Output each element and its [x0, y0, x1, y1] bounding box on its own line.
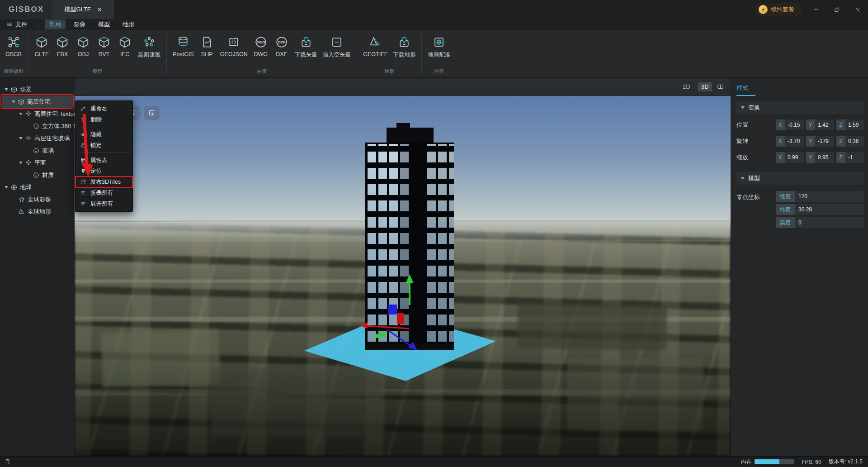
axis-field-缩放-y[interactable]: Y0.95 — [806, 152, 834, 163]
caret-down-icon[interactable] — [19, 113, 23, 115]
tree-item-高层住宅[interactable]: 高层住宅 — [2, 95, 73, 108]
tree-item-场景[interactable]: 场景 — [2, 83, 73, 95]
app-window: GISBOX 模型GLTF ✕ 续约套餐 文件常用影像模型地形 OSGB倾斜摄影… — [0, 0, 868, 467]
context-menu-item-发布3dtiles[interactable]: 发布3DTiles — [75, 176, 132, 187]
origin-field-value[interactable]: 0 — [795, 217, 864, 228]
extent-button[interactable] — [144, 106, 160, 120]
caret-down-icon[interactable] — [19, 162, 23, 164]
ribbon-button-dwg[interactable]: DWGDWG — [250, 34, 271, 58]
axis-field-旋转-z[interactable]: Z0.38 — [836, 136, 864, 147]
axis-value[interactable]: -3.70 — [785, 136, 804, 147]
context-menu-item-展开所有[interactable]: 展开所有 — [75, 198, 132, 209]
axis-field-位置-z[interactable]: Z1.59 — [836, 119, 864, 130]
axis-value[interactable]: -179 — [815, 136, 834, 147]
ribbon-button-geojson[interactable]: GEOJSON — [217, 34, 250, 58]
axis-field-位置-x[interactable]: X-0.15 — [776, 119, 804, 130]
ribbon-button-shp[interactable]: SHP — [197, 34, 217, 58]
close-button[interactable] — [847, 0, 868, 19]
tab-close-icon[interactable]: ✕ — [97, 6, 102, 13]
ribbon-button-地理配准[interactable]: 地理配准 — [425, 34, 453, 60]
ribbon-group-label: 矢量 — [257, 68, 267, 74]
axis-field-位置-y[interactable]: Y1.42 — [806, 119, 834, 130]
ribbon-button-geotiff[interactable]: GEOTIFF — [360, 34, 390, 58]
tree-item-材质[interactable]: 材质 — [2, 169, 73, 181]
menu-item-label: 常用 — [49, 20, 61, 29]
ribbon-button-dxf[interactable]: DXFDXF — [271, 34, 292, 58]
document-tab[interactable]: 模型GLTF ✕ — [52, 0, 114, 19]
ribbon-button-插入空矢量[interactable]: 插入空矢量 — [320, 34, 354, 60]
menu-item-文件[interactable]: 文件 — [2, 19, 32, 29]
menu-item-地形[interactable]: 地形 — [118, 19, 139, 29]
axis-value[interactable]: -0.15 — [785, 119, 804, 130]
origin-field-纬度[interactable]: 纬度30.28 — [776, 204, 864, 215]
ribbon-button-label: 下载地形 — [393, 51, 415, 59]
tab-style-underline — [736, 95, 755, 96]
ribbon-button-rvt[interactable]: RVT — [94, 34, 114, 58]
chevron-down-icon — [741, 106, 745, 109]
ribbon-button-gltf[interactable]: GLTF — [31, 34, 52, 58]
memory-label: 内存 — [741, 458, 751, 466]
tab-style[interactable]: 样式 — [736, 78, 749, 92]
origin-field-高度[interactable]: 高度0 — [776, 217, 864, 228]
section-transform[interactable]: 变换 — [736, 101, 864, 114]
menu-item-常用[interactable]: 常用 — [45, 19, 66, 29]
context-menu-item-属性表[interactable]: 属性表 — [75, 155, 132, 166]
origin-field-value[interactable]: 30.28 — [795, 204, 864, 215]
axis-value[interactable]: 1.59 — [845, 119, 864, 130]
menu-item-影像[interactable]: 影像 — [69, 19, 90, 29]
axis-field-旋转-x[interactable]: X-3.70 — [776, 136, 804, 147]
transform-gizmo[interactable] — [346, 272, 463, 358]
hamburger-icon — [6, 21, 13, 28]
ribbon-button-osgb[interactable]: OSGB — [3, 34, 24, 58]
context-menu-item-隐藏[interactable]: 隐藏 — [75, 129, 132, 140]
restore-button[interactable] — [826, 0, 847, 19]
minimize-button[interactable] — [806, 0, 826, 19]
origin-field-经度[interactable]: 经度120 — [776, 191, 864, 202]
section-model[interactable]: 模型 — [736, 172, 864, 185]
tree-item-地球[interactable]: 地球 — [2, 181, 73, 193]
axis-value[interactable]: -1 — [845, 152, 864, 163]
tableicon-icon — [80, 157, 86, 163]
ribbon-button-postgis[interactable]: PostGIS — [170, 34, 197, 58]
ribbon-button-高斯泼溅[interactable]: 高斯泼溅 — [135, 34, 163, 60]
tree-item-玻璃[interactable]: 玻璃 — [2, 144, 73, 157]
viewport-toolbar: 2D 3D — [75, 78, 731, 96]
tree-item-高层住宅玻璃[interactable]: 高层住宅玻璃 — [2, 132, 73, 144]
tree-item-平面[interactable]: 平面 — [2, 157, 73, 169]
context-menu-item-label: 发布3DTiles — [90, 178, 121, 186]
context-menu-item-定位[interactable]: 定位 — [75, 166, 132, 176]
tree-item-立方体-360-text[interactable]: 立方体.360 Text — [2, 120, 73, 132]
axis-value[interactable]: 0.95 — [815, 152, 834, 163]
origin-field-value[interactable]: 120 — [795, 191, 864, 202]
ribbon-button-下载矢量[interactable]: 下载矢量 — [292, 34, 320, 60]
axis-value[interactable]: 1.42 — [815, 119, 834, 130]
georef-icon — [432, 35, 446, 49]
tree-item-全球地形[interactable]: 全球地形 — [2, 205, 73, 218]
context-menu-item-折叠所有[interactable]: 折叠所有 — [75, 187, 132, 198]
tree-item-全球影像[interactable]: 全球影像 — [2, 193, 73, 205]
console-panel-button[interactable] — [0, 457, 16, 467]
caret-down-icon[interactable] — [5, 186, 8, 189]
caret-down-icon[interactable] — [5, 88, 8, 91]
split-view-button[interactable] — [717, 83, 724, 91]
axis-field-缩放-z[interactable]: Z-1 — [836, 152, 864, 163]
context-menu-item-锁定[interactable]: 锁定 — [75, 140, 132, 151]
ribbon-button-obj[interactable]: OBJ — [73, 34, 94, 58]
axis-field-缩放-x[interactable]: X0.99 — [776, 152, 804, 163]
context-menu-item-删除[interactable]: 删除 — [75, 114, 132, 125]
axis-value[interactable]: 0.99 — [785, 152, 804, 163]
ribbon-button-ifc[interactable]: IFC — [114, 34, 135, 58]
tree-item-高层住宅-texture[interactable]: 高层住宅 Texture — [2, 108, 73, 120]
ribbon-button-下载地形[interactable]: 下载地形 — [390, 34, 418, 60]
axis-value[interactable]: 0.38 — [845, 136, 864, 147]
caret-down-icon[interactable] — [19, 137, 23, 140]
viewport-3d[interactable]: 2D 3D — [75, 78, 731, 456]
axis-field-旋转-y[interactable]: Y-179 — [806, 136, 834, 147]
ribbon-button-fbx[interactable]: FBX — [52, 34, 73, 58]
renew-plan-button[interactable]: 续约套餐 — [755, 3, 801, 16]
context-menu-item-重命名[interactable]: 重命名 — [75, 103, 132, 114]
caret-down-icon[interactable] — [12, 100, 15, 103]
view-3d-button[interactable]: 3D — [698, 82, 712, 91]
view-2d-button[interactable]: 2D — [679, 82, 693, 91]
menu-item-模型[interactable]: 模型 — [94, 19, 114, 29]
